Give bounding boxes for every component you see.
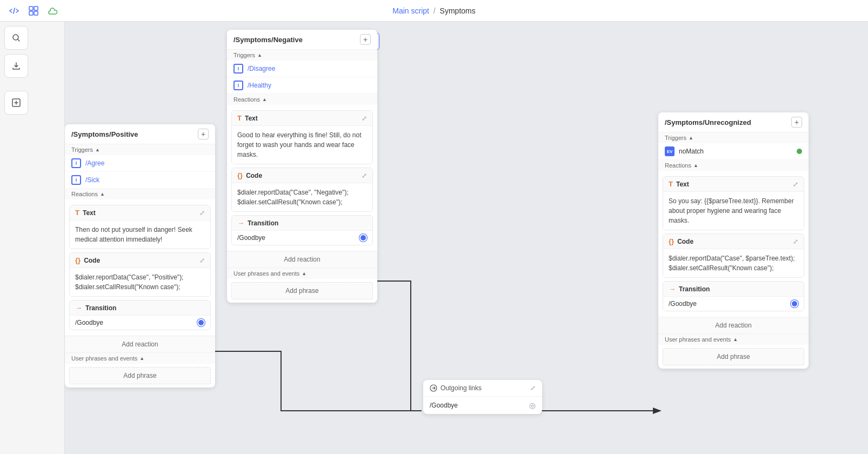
nomatch-trigger: EV noMatch	[658, 143, 809, 160]
user-phrases-header-positive[interactable]: User phrases and events ▲	[65, 353, 215, 364]
add-node-button[interactable]	[4, 91, 28, 115]
triggers-header-unrecognized[interactable]: Triggers ▲	[658, 132, 809, 143]
transition-value-unrecognized: /Goodbye	[663, 297, 804, 311]
reactions-chevron-positive: ▲	[100, 191, 105, 197]
node-header-unrecognized: /Symptoms/Unrecognized +	[658, 112, 809, 132]
reaction-text-content-positive: Then do not put yourself in danger! Seek…	[70, 221, 210, 249]
reaction-text-content-unrecognized: So you say: {{$parseTree.text}}. Remembe…	[663, 192, 804, 230]
code-icon[interactable]	[6, 3, 22, 18]
flow-icon[interactable]	[26, 3, 41, 18]
breadcrumb: Main script / Symptoms	[392, 6, 475, 15]
transition-dot-negative[interactable]	[359, 234, 367, 242]
add-phrase-positive[interactable]: Add phrase	[69, 367, 211, 384]
add-phrase-unrecognized[interactable]: Add phrase	[663, 348, 804, 365]
reaction-text-negative: T Text ⤢ Good to hear everything is fine…	[231, 110, 373, 164]
reaction-code-title-positive: {} Code	[75, 256, 100, 264]
trigger-healthy: I /Healthy	[227, 77, 377, 94]
reaction-transition-header-unrecognized: → Transition	[663, 282, 804, 297]
reaction-text-header-negative: T Text ⤢	[232, 111, 372, 126]
transition-dot-positive[interactable]	[197, 319, 205, 326]
user-phrases-chevron-negative: ▲	[302, 271, 306, 276]
add-reaction-positive[interactable]: Add reaction	[65, 336, 215, 352]
node-add-unrecognized[interactable]: +	[791, 117, 802, 128]
svg-rect-1	[34, 6, 38, 10]
expand-icon-unrecognized-code[interactable]: ⤢	[793, 238, 798, 245]
expand-icon-unrecognized-text[interactable]: ⤢	[793, 181, 798, 188]
reaction-transition-negative: → Transition /Goodbye	[231, 215, 373, 245]
reaction-text-header-unrecognized: T Text ⤢	[663, 177, 804, 192]
reaction-text-content-negative: Good to hear everything is fine! Still, …	[232, 126, 372, 164]
top-bar: Main script / Symptoms	[0, 0, 868, 22]
add-phrase-negative[interactable]: Add phrase	[231, 282, 373, 299]
reactions-header-negative[interactable]: Reactions ▲	[227, 94, 377, 105]
text-type-icon: T	[75, 209, 79, 217]
reaction-transition-header-positive: → Transition	[70, 301, 210, 316]
transition-value-positive: /Goodbye	[70, 316, 210, 330]
trigger-sick: I /Sick	[65, 172, 215, 189]
user-phrases-header-negative[interactable]: User phrases and events ▲	[227, 268, 377, 279]
cloud-save-icon[interactable]	[45, 3, 61, 18]
user-phrases-header-unrecognized[interactable]: User phrases and events ▲	[658, 334, 809, 345]
triggers-chevron-negative: ▲	[257, 52, 262, 58]
node-title-negative: /Symptoms/Negative	[233, 36, 303, 44]
reaction-code-negative: {} Code ⤢ $dialer.reportData("Case", "Ne…	[231, 168, 373, 212]
node-header-negative: /Symptoms/Negative +	[227, 30, 377, 50]
reaction-text-unrecognized: T Text ⤢ So you say: {{$parseTree.text}}…	[663, 176, 804, 230]
svg-rect-3	[34, 11, 38, 15]
node-card-negative: /Symptoms/Negative + Triggers ▲ I /Disag…	[227, 30, 377, 303]
node-title-unrecognized: /Symptoms/Unrecognized	[665, 118, 751, 126]
expand-icon-positive-code[interactable]: ⤢	[199, 257, 205, 264]
reactions-header-positive[interactable]: Reactions ▲	[65, 189, 215, 199]
reaction-code-header-negative: {} Code ⤢	[232, 168, 372, 183]
nomatch-status-dot	[797, 149, 802, 154]
node-add-negative[interactable]: +	[360, 34, 371, 45]
reaction-code-unrecognized: {} Code ⤢ $dialer.reportData("Case", $pa…	[663, 233, 804, 278]
user-phrases-section-positive: User phrases and events ▲ Add phrase	[65, 352, 215, 384]
trigger-icon-healthy: I	[233, 81, 243, 90]
reaction-transition-title-unrecognized: → Transition	[669, 285, 710, 293]
transition-dot-unrecognized[interactable]	[791, 300, 798, 308]
breadcrumb-current: Symptoms	[440, 6, 476, 15]
outgoing-expand[interactable]: ⤢	[530, 384, 536, 392]
trigger-icon-agree: I	[71, 158, 81, 168]
reactions-positive: T Text ⤢ Then do not put yourself in dan…	[65, 199, 215, 336]
node-add-positive[interactable]: +	[198, 129, 209, 139]
node-card-unrecognized: /Symptoms/Unrecognized + Triggers ▲ EV n…	[658, 112, 809, 369]
node-title-positive: /Symptoms/Positive	[71, 130, 138, 138]
text-type-icon-unrecognized: T	[669, 180, 673, 188]
transition-type-icon-unrecognized: →	[669, 285, 676, 293]
reactions-chevron-negative: ▲	[262, 97, 267, 102]
search-button[interactable]	[4, 26, 28, 50]
nomatch-left: EV noMatch	[665, 146, 704, 156]
reaction-transition-unrecognized: → Transition /Goodbye	[663, 281, 804, 311]
reaction-transition-title-positive: → Transition	[75, 304, 116, 312]
reactions-header-unrecognized[interactable]: Reactions ▲	[658, 160, 809, 171]
text-type-icon-negative: T	[237, 114, 242, 122]
expand-icon-negative-text[interactable]: ⤢	[362, 115, 367, 122]
add-reaction-unrecognized[interactable]: Add reaction	[658, 317, 809, 333]
main-script-link[interactable]: Main script	[392, 6, 429, 15]
transition-type-icon-positive: →	[75, 304, 82, 312]
code-type-icon-negative: {}	[237, 171, 243, 179]
user-phrases-chevron-unrecognized: ▲	[733, 337, 738, 342]
triggers-header-negative[interactable]: Triggers ▲	[227, 50, 377, 61]
left-sidebar	[0, 22, 65, 454]
reaction-text-positive: T Text ⤢ Then do not put yourself in dan…	[69, 205, 211, 249]
reaction-code-title-unrecognized: {} Code	[669, 237, 693, 245]
expand-icon-positive-text[interactable]: ⤢	[199, 209, 205, 217]
trigger-disagree: I /Disagree	[227, 61, 377, 77]
add-reaction-negative[interactable]: Add reaction	[227, 251, 377, 268]
nomatch-label: noMatch	[679, 148, 704, 155]
triggers-header-positive[interactable]: Triggers ▲	[65, 144, 215, 155]
target-icon[interactable]: ◎	[529, 401, 536, 410]
canvas: ↑ ↑ Move one level up /Symptoms/Positive…	[65, 22, 868, 454]
reaction-code-header-positive: {} Code ⤢	[70, 253, 210, 268]
user-phrases-section-negative: User phrases and events ▲ Add phrase	[227, 268, 377, 299]
outgoing-item: /Goodbye ◎	[423, 397, 542, 414]
reaction-code-title-negative: {} Code	[237, 171, 262, 179]
download-button[interactable]	[4, 54, 28, 78]
code-type-icon-positive: {}	[75, 256, 81, 264]
expand-icon-negative-code[interactable]: ⤢	[362, 172, 367, 179]
reaction-code-content-negative: $dialer.reportData("Case", "Negative");$…	[232, 183, 372, 211]
reaction-text-header-positive: T Text ⤢	[70, 205, 210, 221]
